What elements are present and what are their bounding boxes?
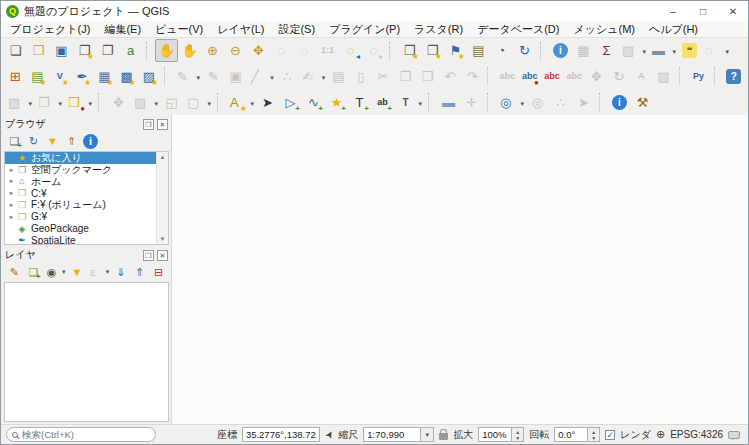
help-contents-button[interactable]: ? <box>723 65 745 88</box>
rotation-spinner[interactable]: ▲▼ <box>554 427 600 442</box>
menu-mesh[interactable]: メッシュ(M) <box>566 21 642 37</box>
dropdown-arrow-icon[interactable]: ▾ <box>58 100 62 108</box>
metadata-search-button[interactable]: i <box>608 91 631 114</box>
expand-caret-icon[interactable]: ▸ <box>7 177 16 185</box>
new-print-layout-button[interactable]: ❐★ <box>73 39 96 62</box>
layers-close-button[interactable]: ✕ <box>157 250 168 261</box>
open-layer-styling-button[interactable]: ✎ <box>5 263 24 282</box>
magnifier-spin-buttons[interactable]: ▲▼ <box>512 427 524 442</box>
new-spatialite-layer-button[interactable]: ✒★ <box>71 65 93 88</box>
zoom-last-button[interactable]: ◌◂ <box>339 39 362 62</box>
rotation-input[interactable] <box>554 427 588 442</box>
python-console-button[interactable]: Py <box>687 65 709 88</box>
style-manager-button[interactable]: a <box>119 39 142 62</box>
processing-toolbox-button[interactable]: ⚒ <box>631 91 654 114</box>
menu-database[interactable]: データベース(D) <box>470 21 566 37</box>
browser-item-geopackage[interactable]: ◈GeoPackage <box>5 223 168 235</box>
add-group-button[interactable]: ❏+ <box>24 263 43 282</box>
dropdown-arrow-icon[interactable]: ▾ <box>154 100 158 108</box>
deselect-features-all-layers-button[interactable]: ❒●▾ <box>64 91 94 114</box>
measure-button[interactable]: ▬▾ <box>648 39 678 62</box>
zoom-out-button[interactable]: ⊖ <box>224 39 247 62</box>
crs-globe-icon[interactable]: ⊕ <box>656 428 665 441</box>
create-line-annotation-button[interactable]: ∿+ <box>302 91 325 114</box>
select-annotation-button[interactable]: ➤ <box>256 91 279 114</box>
expand-caret-icon[interactable]: ▸ <box>7 213 16 221</box>
remove-layer-button[interactable]: ⊟ <box>149 263 168 282</box>
spin-down-icon[interactable]: ▼ <box>591 435 596 441</box>
layers-list[interactable] <box>4 282 169 422</box>
browser-item-drive-g[interactable]: ▸❒G:¥ <box>5 211 168 223</box>
gps-connect-button[interactable]: ◎▾ <box>496 91 526 114</box>
create-polygon-annotation-button[interactable]: ▷+ <box>279 91 302 114</box>
new-project-button[interactable]: ❏ <box>4 39 27 62</box>
temporal-controller-button[interactable]: ◔ <box>490 39 513 62</box>
pan-map-button[interactable]: ✋ <box>155 39 178 62</box>
map-tips-button[interactable]: ❝ <box>678 39 701 62</box>
browser-scrollbar[interactable]: ▲ ▼ <box>156 152 168 244</box>
search-input[interactable] <box>22 429 154 440</box>
locator-search[interactable] <box>6 427 156 442</box>
new-mesh-layer-button[interactable]: ▨★ <box>138 65 160 88</box>
minimize-button[interactable]: – <box>658 1 688 21</box>
browser-item-spatialite[interactable]: ✒SpatiaLite <box>5 235 168 245</box>
map-canvas[interactable] <box>171 115 748 424</box>
magnifier-input[interactable] <box>478 427 512 442</box>
pin-labels-button[interactable]: abc● <box>519 65 541 88</box>
menu-help[interactable]: ヘルプ(H) <box>642 21 705 37</box>
dropdown-arrow-icon[interactable]: ▾ <box>270 74 274 82</box>
dropdown-arrow-icon[interactable]: ▾ <box>250 100 254 108</box>
new-shapefile-layer-button[interactable]: V★ <box>49 65 71 88</box>
new-spatial-bookmark-button[interactable]: ⚑★ <box>444 39 467 62</box>
render-checkbox[interactable]: ✓ <box>605 430 615 440</box>
lock-scale-icon[interactable] <box>439 433 448 440</box>
close-button[interactable]: ✕ <box>718 1 748 21</box>
maximize-button[interactable]: □ <box>688 1 718 21</box>
browser-close-button[interactable]: ✕ <box>157 119 168 130</box>
create-html-annotation-button[interactable]: ab+ <box>371 91 394 114</box>
zoom-in-button[interactable]: ⊕ <box>201 39 224 62</box>
dropdown-arrow-icon[interactable]: ▾ <box>88 100 92 108</box>
browser-item-drive-f[interactable]: ▸❒F:¥ (ボリューム) <box>5 199 168 211</box>
dropdown-arrow-icon[interactable]: ▾ <box>207 100 211 108</box>
filter-browser-button[interactable]: ▼ <box>43 132 62 151</box>
scroll-down-icon[interactable]: ▼ <box>160 236 166 242</box>
collapse-all-layers-button[interactable]: ⇑ <box>130 263 149 282</box>
messages-icon[interactable] <box>728 431 740 439</box>
menu-project[interactable]: プロジェクト(J) <box>3 21 97 37</box>
dropdown-arrow-icon[interactable]: ▾ <box>62 268 66 276</box>
highlight-pinned-labels-button[interactable]: abc <box>541 65 563 88</box>
browser-properties-button[interactable]: i <box>81 132 100 151</box>
layers-float-button[interactable]: ❐ <box>143 250 154 261</box>
new-map-view-button[interactable]: ❐★ <box>398 39 421 62</box>
spin-down-icon[interactable]: ▼ <box>515 435 520 441</box>
show-spatial-bookmarks-button[interactable]: ▤ <box>467 39 490 62</box>
rotation-spin-buttons[interactable]: ▲▼ <box>588 427 600 442</box>
data-source-manager-button[interactable]: ⊞ <box>4 65 26 88</box>
save-project-button[interactable]: ▣ <box>50 39 73 62</box>
create-annotation-layer-button[interactable]: A★▾ <box>226 91 256 114</box>
expand-caret-icon[interactable]: ▸ <box>7 189 16 197</box>
collapse-all-button[interactable]: ⇑ <box>62 132 81 151</box>
show-layout-manager-button[interactable]: ❐ <box>96 39 119 62</box>
magnifier-spinner[interactable]: ▲▼ <box>478 427 524 442</box>
zoom-full-button[interactable]: ✥ <box>247 39 270 62</box>
new-temporary-scratch-layer-button[interactable]: ▦★ <box>93 65 115 88</box>
identify-features-button[interactable]: i <box>549 39 572 62</box>
scroll-up-icon[interactable]: ▲ <box>160 154 166 160</box>
scale-combo[interactable]: ▾ <box>363 427 434 442</box>
scale-dropdown-icon[interactable]: ▾ <box>421 427 434 442</box>
refresh-map-button[interactable]: ↻ <box>513 39 536 62</box>
browser-item-spatial-bookmarks[interactable]: ▸❒空間ブックマーク <box>5 164 168 176</box>
expand-caret-icon[interactable]: ▸ <box>7 166 16 174</box>
dropdown-arrow-icon[interactable]: ▾ <box>322 74 326 82</box>
refresh-browser-button[interactable]: ↻ <box>24 132 43 151</box>
browser-float-button[interactable]: ❐ <box>143 119 154 130</box>
menu-raster[interactable]: ラスタ(R) <box>407 21 470 37</box>
filter-legend-button[interactable]: ▼ <box>68 263 87 282</box>
add-selected-layers-button[interactable]: ❏+ <box>5 132 24 151</box>
form-annotation-button[interactable]: T▾ <box>394 91 424 114</box>
dropdown-arrow-icon[interactable]: ▾ <box>197 74 201 82</box>
manage-map-themes-button[interactable]: ◉▾ <box>43 263 68 282</box>
browser-item-home[interactable]: ▸⌂ホーム <box>5 176 168 188</box>
